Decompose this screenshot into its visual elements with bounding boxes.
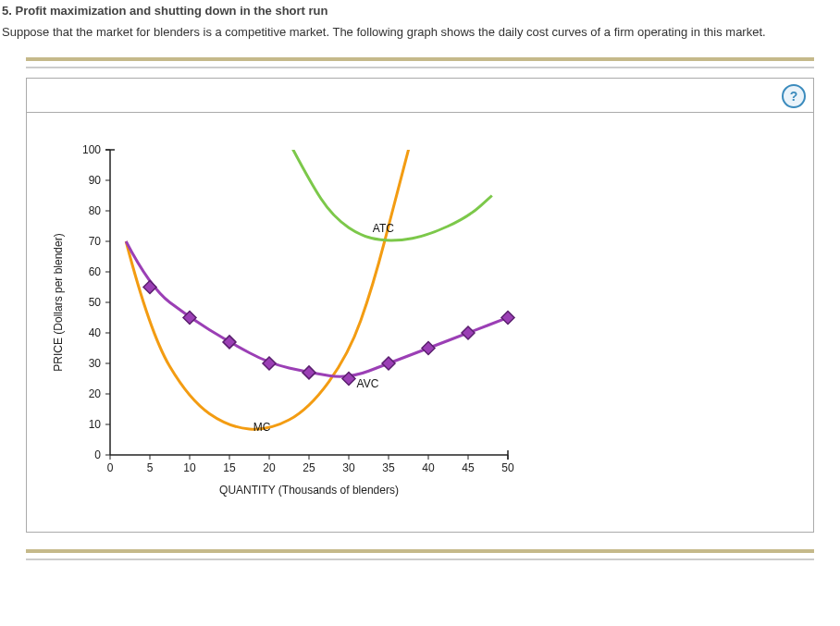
question-number: 5. <box>2 4 12 18</box>
svg-text:30: 30 <box>89 357 102 370</box>
svg-text:AVC: AVC <box>357 377 379 390</box>
curve-avc[interactable] <box>126 241 508 376</box>
svg-text:25: 25 <box>303 461 315 474</box>
question-title: Profit maximization and shutting down in… <box>15 4 327 18</box>
svg-text:50: 50 <box>89 296 102 309</box>
svg-text:QUANTITY (Thousands of blender: QUANTITY (Thousands of blenders) <box>219 484 399 497</box>
svg-text:5: 5 <box>147 461 154 474</box>
question-intro: Suppose that the market for blenders is … <box>0 25 840 54</box>
svg-text:50: 50 <box>501 461 514 474</box>
svg-text:ATC: ATC <box>373 222 394 235</box>
svg-text:40: 40 <box>422 461 435 474</box>
svg-text:0: 0 <box>94 448 101 461</box>
svg-text:20: 20 <box>89 387 102 400</box>
avc-point[interactable] <box>303 366 315 379</box>
svg-text:15: 15 <box>223 461 236 474</box>
svg-text:100: 100 <box>82 143 101 156</box>
svg-text:10: 10 <box>89 418 102 431</box>
avc-point[interactable] <box>382 357 395 370</box>
svg-text:10: 10 <box>183 461 196 474</box>
avc-point[interactable] <box>422 342 435 355</box>
divider-gold-bottom <box>26 549 814 553</box>
svg-text:35: 35 <box>382 461 395 474</box>
svg-text:0: 0 <box>107 461 114 474</box>
svg-text:20: 20 <box>263 461 276 474</box>
avc-point[interactable] <box>501 312 514 325</box>
svg-text:80: 80 <box>89 204 102 217</box>
svg-text:45: 45 <box>462 461 475 474</box>
divider-gray-bottom <box>26 558 814 560</box>
svg-text:PRICE (Dollars per blender): PRICE (Dollars per blender) <box>52 233 65 371</box>
divider-gray-top <box>26 67 814 68</box>
chart-container: ? 05101520253035404550010203040506070809… <box>26 78 814 533</box>
avc-point[interactable] <box>143 281 156 294</box>
avc-point[interactable] <box>462 326 475 339</box>
svg-text:60: 60 <box>89 265 102 278</box>
svg-text:30: 30 <box>342 461 355 474</box>
svg-text:90: 90 <box>89 174 102 187</box>
help-icon[interactable]: ? <box>782 84 806 108</box>
cost-curve-chart[interactable]: 0510152025303540455001020304050607080901… <box>36 113 526 510</box>
svg-text:70: 70 <box>89 235 102 248</box>
svg-text:MC: MC <box>253 421 271 434</box>
svg-text:40: 40 <box>89 326 102 339</box>
divider-gold-top <box>26 57 814 61</box>
chart-toolbar: ? <box>27 79 813 113</box>
